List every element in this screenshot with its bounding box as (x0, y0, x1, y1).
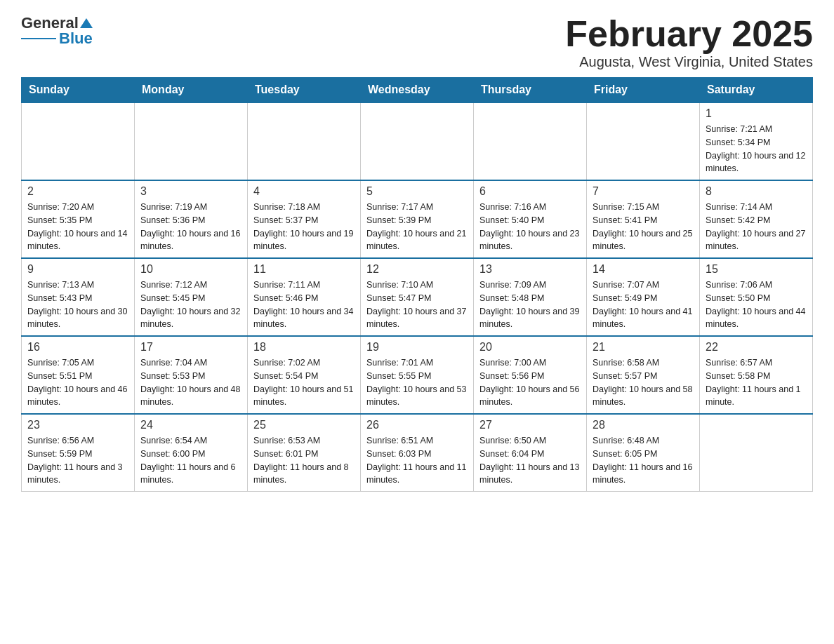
day-info: Sunrise: 7:18 AM Sunset: 5:37 PM Dayligh… (253, 201, 355, 253)
table-row: 18Sunrise: 7:02 AM Sunset: 5:54 PM Dayli… (248, 336, 361, 414)
table-row (135, 102, 248, 180)
table-row: 10Sunrise: 7:12 AM Sunset: 5:45 PM Dayli… (135, 258, 248, 336)
day-number: 2 (27, 185, 128, 198)
table-row: 28Sunrise: 6:48 AM Sunset: 6:05 PM Dayli… (587, 414, 700, 492)
table-row: 17Sunrise: 7:04 AM Sunset: 5:53 PM Dayli… (135, 336, 248, 414)
day-number: 11 (253, 263, 355, 276)
logo-blue-text: Blue (59, 29, 93, 48)
calendar-table: Sunday Monday Tuesday Wednesday Thursday… (21, 77, 813, 492)
day-number: 13 (479, 263, 581, 276)
day-info: Sunrise: 7:01 AM Sunset: 5:55 PM Dayligh… (366, 356, 468, 409)
table-row: 7Sunrise: 7:15 AM Sunset: 5:41 PM Daylig… (587, 180, 700, 258)
table-row: 27Sunrise: 6:50 AM Sunset: 6:04 PM Dayli… (474, 414, 587, 492)
day-info: Sunrise: 7:10 AM Sunset: 5:47 PM Dayligh… (366, 279, 468, 331)
day-info: Sunrise: 7:21 AM Sunset: 5:34 PM Dayligh… (706, 123, 807, 175)
calendar-title: February 2025 (565, 14, 813, 54)
day-number: 6 (479, 185, 581, 198)
col-thursday: Thursday (474, 78, 587, 103)
day-number: 21 (593, 341, 694, 354)
table-row: 21Sunrise: 6:58 AM Sunset: 5:57 PM Dayli… (587, 336, 700, 414)
table-row (22, 102, 135, 180)
day-number: 7 (593, 185, 694, 198)
table-row: 20Sunrise: 7:00 AM Sunset: 5:56 PM Dayli… (474, 336, 587, 414)
day-info: Sunrise: 7:12 AM Sunset: 5:45 PM Dayligh… (140, 279, 241, 331)
day-number: 1 (706, 107, 807, 120)
day-info: Sunrise: 6:58 AM Sunset: 5:57 PM Dayligh… (593, 356, 694, 409)
day-number: 12 (366, 263, 468, 276)
calendar-week-row: 1Sunrise: 7:21 AM Sunset: 5:34 PM Daylig… (22, 102, 813, 180)
calendar-week-row: 9Sunrise: 7:13 AM Sunset: 5:43 PM Daylig… (22, 258, 813, 336)
table-row (700, 414, 813, 492)
title-block: February 2025 Augusta, West Virginia, Un… (565, 14, 813, 70)
day-info: Sunrise: 7:05 AM Sunset: 5:51 PM Dayligh… (27, 356, 128, 409)
table-row: 11Sunrise: 7:11 AM Sunset: 5:46 PM Dayli… (248, 258, 361, 336)
table-row: 2Sunrise: 7:20 AM Sunset: 5:35 PM Daylig… (22, 180, 135, 258)
table-row (361, 102, 474, 180)
table-row: 3Sunrise: 7:19 AM Sunset: 5:36 PM Daylig… (135, 180, 248, 258)
day-info: Sunrise: 7:00 AM Sunset: 5:56 PM Dayligh… (479, 356, 581, 409)
day-info: Sunrise: 6:51 AM Sunset: 6:03 PM Dayligh… (366, 434, 468, 487)
table-row: 22Sunrise: 6:57 AM Sunset: 5:58 PM Dayli… (700, 336, 813, 414)
day-number: 24 (140, 419, 241, 431)
calendar-week-row: 16Sunrise: 7:05 AM Sunset: 5:51 PM Dayli… (22, 336, 813, 414)
table-row: 25Sunrise: 6:53 AM Sunset: 6:01 PM Dayli… (248, 414, 361, 492)
day-number: 16 (27, 341, 128, 354)
logo-triangle-icon (79, 18, 94, 28)
col-tuesday: Tuesday (248, 78, 361, 103)
table-row: 12Sunrise: 7:10 AM Sunset: 5:47 PM Dayli… (361, 258, 474, 336)
table-row: 8Sunrise: 7:14 AM Sunset: 5:42 PM Daylig… (700, 180, 813, 258)
day-info: Sunrise: 7:19 AM Sunset: 5:36 PM Dayligh… (140, 201, 241, 253)
table-row: 16Sunrise: 7:05 AM Sunset: 5:51 PM Dayli… (22, 336, 135, 414)
table-row: 9Sunrise: 7:13 AM Sunset: 5:43 PM Daylig… (22, 258, 135, 336)
table-row (248, 102, 361, 180)
day-info: Sunrise: 7:13 AM Sunset: 5:43 PM Dayligh… (27, 279, 128, 331)
day-info: Sunrise: 7:11 AM Sunset: 5:46 PM Dayligh… (253, 279, 355, 331)
table-row: 24Sunrise: 6:54 AM Sunset: 6:00 PM Dayli… (135, 414, 248, 492)
col-wednesday: Wednesday (361, 78, 474, 103)
day-number: 20 (479, 341, 581, 354)
day-number: 26 (366, 419, 468, 431)
col-monday: Monday (135, 78, 248, 103)
day-number: 25 (253, 419, 355, 431)
day-number: 3 (140, 185, 241, 198)
day-number: 19 (366, 341, 468, 354)
table-row: 5Sunrise: 7:17 AM Sunset: 5:39 PM Daylig… (361, 180, 474, 258)
col-sunday: Sunday (22, 78, 135, 103)
day-number: 4 (253, 185, 355, 198)
day-number: 18 (253, 341, 355, 354)
day-number: 17 (140, 341, 241, 354)
day-info: Sunrise: 7:02 AM Sunset: 5:54 PM Dayligh… (253, 356, 355, 409)
day-number: 23 (27, 419, 128, 431)
day-info: Sunrise: 7:14 AM Sunset: 5:42 PM Dayligh… (706, 201, 807, 253)
logo: General Blue (21, 14, 94, 48)
table-row (474, 102, 587, 180)
day-info: Sunrise: 6:53 AM Sunset: 6:01 PM Dayligh… (253, 434, 355, 487)
day-info: Sunrise: 6:54 AM Sunset: 6:00 PM Dayligh… (140, 434, 241, 487)
day-info: Sunrise: 7:07 AM Sunset: 5:49 PM Dayligh… (593, 279, 694, 331)
day-number: 10 (140, 263, 241, 276)
day-number: 28 (593, 419, 694, 431)
day-info: Sunrise: 6:50 AM Sunset: 6:04 PM Dayligh… (479, 434, 581, 487)
day-info: Sunrise: 7:04 AM Sunset: 5:53 PM Dayligh… (140, 356, 241, 409)
day-number: 15 (706, 263, 807, 276)
calendar-week-row: 23Sunrise: 6:56 AM Sunset: 5:59 PM Dayli… (22, 414, 813, 492)
table-row: 6Sunrise: 7:16 AM Sunset: 5:40 PM Daylig… (474, 180, 587, 258)
day-info: Sunrise: 7:09 AM Sunset: 5:48 PM Dayligh… (479, 279, 581, 331)
day-number: 22 (706, 341, 807, 354)
table-row: 1Sunrise: 7:21 AM Sunset: 5:34 PM Daylig… (700, 102, 813, 180)
day-number: 9 (27, 263, 128, 276)
day-info: Sunrise: 6:48 AM Sunset: 6:05 PM Dayligh… (593, 434, 694, 487)
day-number: 8 (706, 185, 807, 198)
day-info: Sunrise: 7:06 AM Sunset: 5:50 PM Dayligh… (706, 279, 807, 331)
table-row (587, 102, 700, 180)
svg-marker-0 (80, 18, 93, 28)
day-info: Sunrise: 7:20 AM Sunset: 5:35 PM Dayligh… (27, 201, 128, 253)
calendar-subtitle: Augusta, West Virginia, United States (565, 54, 813, 70)
day-number: 27 (479, 419, 581, 431)
col-saturday: Saturday (700, 78, 813, 103)
table-row: 13Sunrise: 7:09 AM Sunset: 5:48 PM Dayli… (474, 258, 587, 336)
table-row: 15Sunrise: 7:06 AM Sunset: 5:50 PM Dayli… (700, 258, 813, 336)
day-info: Sunrise: 7:15 AM Sunset: 5:41 PM Dayligh… (593, 201, 694, 253)
day-info: Sunrise: 6:57 AM Sunset: 5:58 PM Dayligh… (706, 356, 807, 409)
table-row: 23Sunrise: 6:56 AM Sunset: 5:59 PM Dayli… (22, 414, 135, 492)
